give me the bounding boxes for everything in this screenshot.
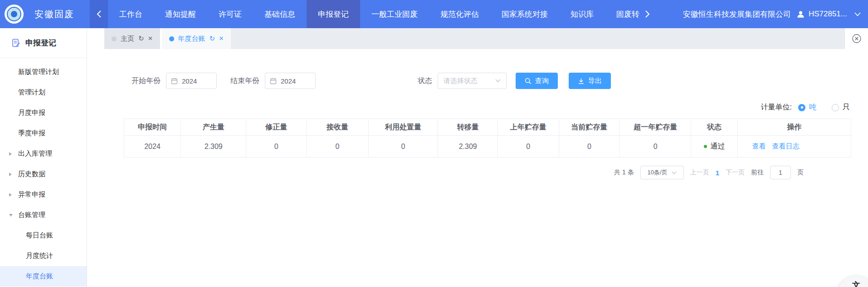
main-nav: 工作台 通知提醒 许可证 基础信息 申报登记 一般工业固废 规范化评估 国家系统… [108,0,639,28]
unit-row: 计量单位: 吨 只 [87,103,850,112]
nav-item-declaration[interactable]: 申报登记 [307,0,360,28]
cell-transferred: 2.309 [438,136,497,158]
col-transferred: 转移量 [438,119,497,136]
top-navbar: 安徽固废 工作台 通知提醒 许可证 基础信息 申报登记 一般工业固废 规范化评估… [0,0,868,28]
start-year-input[interactable]: 2024 [166,73,217,89]
page-number-1[interactable]: 1 [716,169,719,177]
close-all-tabs-button[interactable] [844,28,868,49]
table-header-row: 申报时间 产生量 修正量 接收量 利用处置量 转移量 上年贮存量 当前贮存量 超… [124,119,851,136]
view-link[interactable]: 查看 [752,142,766,150]
goto-suffix: 页 [797,168,804,177]
chevron-right-icon [645,10,650,18]
total-count: 共 1 条 [614,168,634,177]
tab-refresh-icon[interactable]: ↻ [138,35,144,43]
sidebar-item-daily-ledger[interactable]: 每日台账 [0,225,87,246]
sidebar-item-quarterly-declaration[interactable]: 季度申报 [0,123,87,144]
tab-refresh-icon[interactable]: ↻ [210,35,215,43]
col-actions: 操作 [737,119,851,136]
export-button[interactable]: 导出 [569,73,611,89]
sidebar-item-new-management-plan[interactable]: 新版管理计划 [0,62,87,82]
nav-item-general-industrial-waste[interactable]: 一般工业固废 [360,0,429,28]
cell-corrected: 0 [246,136,307,158]
sidebar-item-monthly-stats[interactable]: 月度统计 [0,246,87,266]
declaration-doc-icon [12,39,20,47]
view-log-link[interactable]: 查看日志 [772,142,800,150]
sidebar-item-history-data[interactable]: 历史数据 [0,164,87,184]
username[interactable]: HS72851... [809,10,847,19]
tab-label: 年度台账 [178,35,205,43]
nav-item-basic-info[interactable]: 基础信息 [253,0,307,28]
nav-item-knowledge-base[interactable]: 知识库 [559,0,605,28]
unit-radio-ton-label[interactable]: 吨 [809,103,816,112]
sidebar-item-label: 异常申报 [18,190,45,199]
app-title: 安徽固废 [34,8,74,20]
expand-right-icon [9,152,12,156]
sidebar-item-label: 历史数据 [18,170,45,178]
cell-actions: 查看查看日志 [737,136,851,158]
sidebar: 申报登记 新版管理计划 管理计划 月度申报 季度申报 出入库管理 历史数据 异常… [0,28,87,287]
sidebar-item-abnormal-declaration[interactable]: 异常申报 [0,184,87,205]
sidebar-item-monthly-declaration[interactable]: 月度申报 [0,103,87,123]
nav-item-standard-evaluation[interactable]: 规范化评估 [429,0,490,28]
status-select[interactable]: 请选择状态 [438,73,507,89]
page-content: 开始年份 2024 结束年份 2024 状态 请选择状态 [87,49,868,287]
sidebar-item-label: 台账管理 [18,211,45,219]
chevron-left-icon [97,10,102,18]
tab-annual-ledger[interactable]: 年度台账 ↻ × [160,28,231,49]
col-generated: 产生量 [181,119,246,136]
circle-close-icon [852,34,862,44]
tab-bar-left-notch [87,28,104,49]
sidebar-item-annual-ledger[interactable]: 年度台账 [0,266,87,287]
page-size-value: 10条/页 [648,168,668,177]
user-menu-chevron-down-icon[interactable] [854,12,861,16]
prev-page-button[interactable]: 上一页 [690,168,709,177]
next-page-button[interactable]: 下一页 [726,168,745,177]
end-year-value: 2024 [281,77,296,85]
goto-page-input[interactable] [770,166,791,179]
col-declare-time: 申报时间 [124,119,181,136]
sidebar-item-ledger-management[interactable]: 台账管理 [0,205,87,225]
table-row: 2024 2.309 0 0 0 2.309 0 0 0 通过 查看查看日 [124,136,851,158]
download-icon [578,78,585,84]
col-prev-year-storage: 上年贮存量 [497,119,559,136]
nav-item-notifications[interactable]: 通知提醒 [154,0,207,28]
sidebar-item-management-plan[interactable]: 管理计划 [0,82,87,103]
calendar-icon [270,78,277,84]
nav-item-workbench[interactable]: 工作台 [108,0,154,28]
nav-scroll-right-button[interactable] [639,0,655,28]
cell-current-storage: 0 [559,136,620,158]
status-label: 状态 [418,76,432,86]
nav-scroll-left-button[interactable] [90,0,108,28]
nav-item-license[interactable]: 许可证 [207,0,253,28]
tab-home[interactable]: 主页 ↻ × [104,28,160,49]
annual-ledger-table: 申报时间 产生量 修正量 接收量 利用处置量 转移量 上年贮存量 当前贮存量 超… [124,119,851,158]
start-year-value: 2024 [182,77,197,85]
search-button[interactable]: 查询 [516,73,558,89]
nav-item-waste-transfer[interactable]: 固废转 [605,0,639,28]
nav-item-national-system[interactable]: 国家系统对接 [490,0,559,28]
chevron-down-icon [672,171,677,174]
status-badge: 通过 [711,142,725,150]
unit-radio-piece-label[interactable]: 只 [843,103,850,112]
tab-close-icon[interactable]: × [148,34,153,43]
col-current-storage: 当前贮存量 [559,119,620,136]
sidebar-title: 申报登记 [25,38,56,48]
cell-over-one-year-storage: 0 [620,136,691,158]
unit-radio-piece[interactable] [832,104,839,111]
pagination: 共 1 条 10条/页 上一页 1 下一页 前往 页 [87,166,804,179]
sidebar-item-inventory-management[interactable]: 出入库管理 [0,144,87,164]
col-corrected: 修正量 [246,119,307,136]
goto-prefix: 前往 [751,168,764,177]
status-placeholder: 请选择状态 [444,77,478,85]
company-name: 安徽恒生科技发展集团有限公司 [683,9,791,20]
page-size-select[interactable]: 10条/页 [640,166,684,179]
unit-radio-ton[interactable] [798,104,805,111]
floating-widget-label: 文 [852,280,860,287]
tab-close-icon[interactable]: × [219,34,224,43]
tab-bar: 主页 ↻ × 年度台账 ↻ × [87,28,868,49]
start-year-label: 开始年份 [132,76,161,86]
cell-declare-time: 2024 [124,136,181,158]
cell-utilized-disposed: 0 [368,136,438,158]
end-year-input[interactable]: 2024 [265,73,316,89]
calendar-icon [171,78,178,84]
